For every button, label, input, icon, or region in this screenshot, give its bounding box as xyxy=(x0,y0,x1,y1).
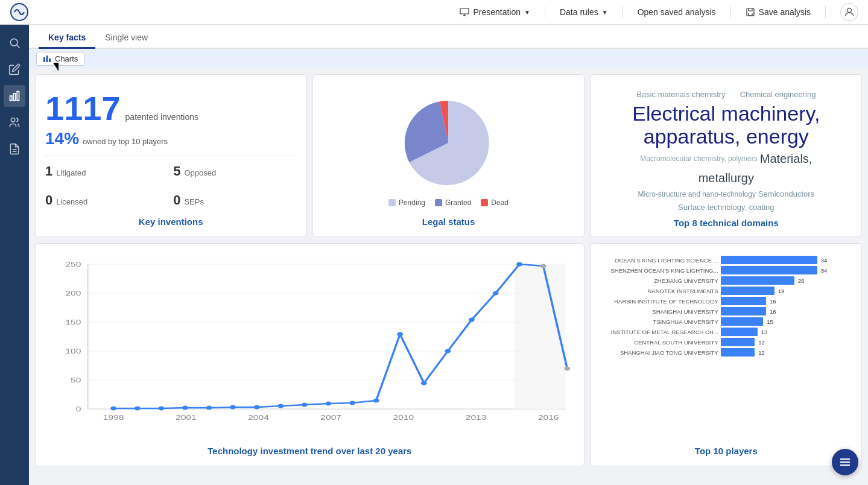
svg-point-9 xyxy=(11,118,15,122)
pending-label: Pending xyxy=(399,198,425,207)
main-content: 1117 patented inventions 14% owned by to… xyxy=(29,68,868,485)
bar-fill-4 xyxy=(721,297,766,305)
sidebar-item-document[interactable] xyxy=(4,138,25,160)
pie-legend: Pending Granted Dead xyxy=(388,198,508,207)
legal-status-card: Pending Granted Dead Legal status xyxy=(312,74,584,237)
svg-text:150: 150 xyxy=(65,319,81,326)
tech-word-basic: Basic materials chemistry xyxy=(636,89,725,100)
svg-text:0: 0 xyxy=(76,405,81,413)
tab-single-view[interactable]: Single view xyxy=(95,28,157,49)
dead-dot xyxy=(481,199,488,206)
svg-point-48 xyxy=(397,332,403,337)
bar-value-2: 26 xyxy=(798,277,805,284)
save-analysis-button[interactable]: Save analysis xyxy=(746,7,811,17)
bar-value-0: 34 xyxy=(821,257,828,264)
key-facts-card: 1117 patented inventions 14% owned by to… xyxy=(35,74,306,237)
opposed-item: 5 Opposed xyxy=(173,163,296,188)
data-rules-label: Data rules xyxy=(560,7,598,17)
bar-fill-0 xyxy=(721,256,817,264)
key-inventions-title: Key inventions xyxy=(45,217,296,227)
svg-rect-1 xyxy=(460,8,469,14)
bar-row-9: SHANGHAI JIAO TONG UNIVERSITY12 xyxy=(601,348,852,357)
bar-value-6: 15 xyxy=(767,319,773,325)
svg-point-37 xyxy=(135,407,141,411)
tech-word-surface: Surface technology, coating xyxy=(678,202,774,213)
svg-point-53 xyxy=(516,262,522,267)
bar-fill-5 xyxy=(721,307,766,315)
svg-text:2007: 2007 xyxy=(320,414,341,421)
svg-point-50 xyxy=(445,349,451,353)
tech-word-electrical: Electrical machinery, apparatus, energy xyxy=(606,103,847,148)
svg-text:100: 100 xyxy=(65,347,81,355)
bar-value-9: 12 xyxy=(758,349,765,356)
bar-value-8: 12 xyxy=(758,339,765,346)
divider-2 xyxy=(622,6,623,18)
svg-rect-8 xyxy=(17,92,19,101)
players-card: OCEAN S KING LIGHTING SCIENCE ...34SHENZ… xyxy=(591,243,862,466)
svg-line-5 xyxy=(17,45,20,48)
svg-text:2016: 2016 xyxy=(538,414,559,421)
bar-row-1: SHENZHEN OCEAN'S KING LIGHTING...34 xyxy=(601,266,852,274)
opposed-label: Opposed xyxy=(184,168,216,177)
header: Presentation ▼ Data rules ▼ Open saved a… xyxy=(0,0,868,25)
svg-text:2004: 2004 xyxy=(248,414,269,421)
sidebar xyxy=(0,25,29,485)
svg-text:250: 250 xyxy=(65,261,81,268)
sidebar-item-chart[interactable] xyxy=(4,85,25,107)
trend-chart-area: 250 200 150 100 50 0 1998 2001 2004 2007… xyxy=(45,258,574,446)
tech-word-semi: Semiconductors xyxy=(758,189,814,200)
bar-fill-1 xyxy=(721,266,817,274)
open-saved-button[interactable]: Open saved analysis xyxy=(638,7,716,17)
key-inv-grid: 1 Litigated 5 Opposed 0 Licensed 0 SEPs xyxy=(45,163,296,217)
header-actions: Presentation ▼ Data rules ▼ Open saved a… xyxy=(460,3,858,21)
svg-point-3 xyxy=(847,8,852,13)
legend-dead: Dead xyxy=(481,198,508,207)
dead-label: Dead xyxy=(491,198,508,207)
svg-point-45 xyxy=(325,402,331,406)
data-rules-chevron: ▼ xyxy=(602,9,608,16)
licensed-item: 0 Licensed xyxy=(45,192,168,217)
tab-key-facts[interactable]: Key facts xyxy=(39,28,95,49)
litigated-label: Litigated xyxy=(56,168,86,177)
data-rules-button[interactable]: Data rules ▼ xyxy=(560,7,608,17)
bar-value-5: 16 xyxy=(770,308,776,315)
percent-number: 14% xyxy=(45,129,79,148)
svg-point-39 xyxy=(182,406,188,410)
pie-chart xyxy=(400,95,496,191)
svg-point-41 xyxy=(230,405,236,410)
fab-button[interactable] xyxy=(832,449,858,475)
bar-value-4: 16 xyxy=(770,298,776,305)
presentation-button[interactable]: Presentation ▼ xyxy=(460,7,530,17)
litigated-num: 1 xyxy=(45,163,52,179)
bar-chart: OCEAN S KING LIGHTING SCIENCE ...34SHENZ… xyxy=(601,256,852,446)
patented-label: patented inventions xyxy=(125,112,198,122)
legend-granted: Granted xyxy=(435,198,471,207)
bar-value-1: 34 xyxy=(821,267,828,274)
svg-point-46 xyxy=(349,401,355,405)
tech-word-materials: Materials, xyxy=(760,150,813,167)
svg-text:50: 50 xyxy=(71,376,81,384)
sidebar-item-search[interactable] xyxy=(4,32,25,54)
bar-fill-6 xyxy=(721,317,764,326)
bar-label-2: ZHEJIANG UNIVERSITY xyxy=(601,277,718,284)
presentation-chevron: ▼ xyxy=(524,9,530,16)
bar-row-4: HARBIN INSTITUTE OF TECHNOLOGY16 xyxy=(601,297,852,305)
bar-row-8: CENTRAL SOUTH UNIVERSITY12 xyxy=(601,338,852,346)
user-menu-button[interactable] xyxy=(840,3,858,21)
charts-button[interactable]: Charts xyxy=(36,52,84,66)
bar-row-7: INSTITUTE OF METAL RESEARCH CH...13 xyxy=(601,328,852,336)
sidebar-item-users[interactable] xyxy=(4,112,25,133)
card-divider xyxy=(45,156,296,156)
divider-1 xyxy=(545,6,545,18)
bar-fill-3 xyxy=(721,287,775,295)
litigated-item: 1 Litigated xyxy=(45,163,168,188)
tabs-area: Key facts Single view xyxy=(29,25,868,49)
svg-rect-35 xyxy=(515,264,566,409)
bar-value-3: 19 xyxy=(778,288,785,294)
tech-word-macro: Macromolecular chemistry, polymers xyxy=(640,154,758,164)
svg-point-4 xyxy=(10,39,17,46)
bar-fill-8 xyxy=(721,338,755,346)
sidebar-item-edit[interactable] xyxy=(4,59,25,80)
svg-point-40 xyxy=(206,406,212,410)
svg-rect-12 xyxy=(43,57,45,62)
